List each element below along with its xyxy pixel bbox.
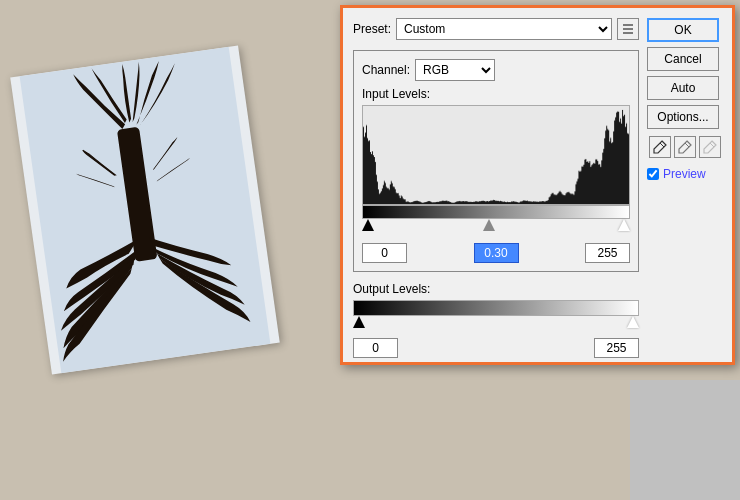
output-white-handle[interactable] [627,316,639,328]
white-eyedropper-icon [702,139,718,155]
output-section: Output Levels: [353,282,639,358]
svg-line-5 [660,143,664,147]
output-gradient [353,300,639,316]
preset-menu-icon [621,22,635,36]
channel-label: Channel: [362,63,410,77]
channel-box: Channel: RGB Red Green Blue Input Levels… [353,50,639,272]
channel-row: Channel: RGB Red Green Blue [362,59,630,81]
photo-area [20,40,320,420]
levels-dialog: Preset: Custom Channel: [340,5,735,365]
output-white-input[interactable] [594,338,639,358]
black-point-handle[interactable] [362,219,374,231]
preview-checkbox[interactable] [647,168,659,180]
output-levels-label: Output Levels: [353,282,639,296]
photo-paper [10,45,280,374]
dialog-main: Preset: Custom Channel: [353,18,639,358]
black-eyedropper-icon [652,139,668,155]
output-slider-handles [353,316,639,334]
input-slider-handles [362,219,630,239]
preset-select[interactable]: Custom [396,18,612,40]
svg-line-6 [685,143,689,147]
eyedropper-row [647,136,722,158]
gray-eyedropper-icon [677,139,693,155]
auto-button[interactable]: Auto [647,76,719,100]
input-levels-values [362,243,630,263]
midtone-handle[interactable] [483,219,495,231]
histogram-canvas [363,106,629,204]
dialog-buttons: OK Cancel Auto Options... [647,18,722,358]
ok-button[interactable]: OK [647,18,719,42]
black-eyedropper-button[interactable] [649,136,671,158]
output-levels-values [353,338,639,358]
cancel-button[interactable]: Cancel [647,47,719,71]
preset-menu-button[interactable] [617,18,639,40]
preview-row: Preview [647,167,722,181]
preset-label: Preset: [353,22,391,36]
white-level-input[interactable] [585,243,630,263]
output-black-input[interactable] [353,338,398,358]
preset-row: Preset: Custom [353,18,639,40]
options-button[interactable]: Options... [647,105,719,129]
white-eyedropper-button[interactable] [699,136,721,158]
output-black-handle[interactable] [353,316,365,328]
right-panel [630,380,740,500]
histogram-container [362,105,630,205]
white-point-handle[interactable] [618,219,630,231]
midtone-level-input[interactable] [474,243,519,263]
svg-line-7 [710,143,714,147]
black-level-input[interactable] [362,243,407,263]
gray-eyedropper-button[interactable] [674,136,696,158]
input-levels-label: Input Levels: [362,87,630,101]
input-slider-track [362,205,630,219]
channel-select[interactable]: RGB Red Green Blue [415,59,495,81]
preview-label[interactable]: Preview [663,167,706,181]
tree-silhouette [10,45,280,374]
